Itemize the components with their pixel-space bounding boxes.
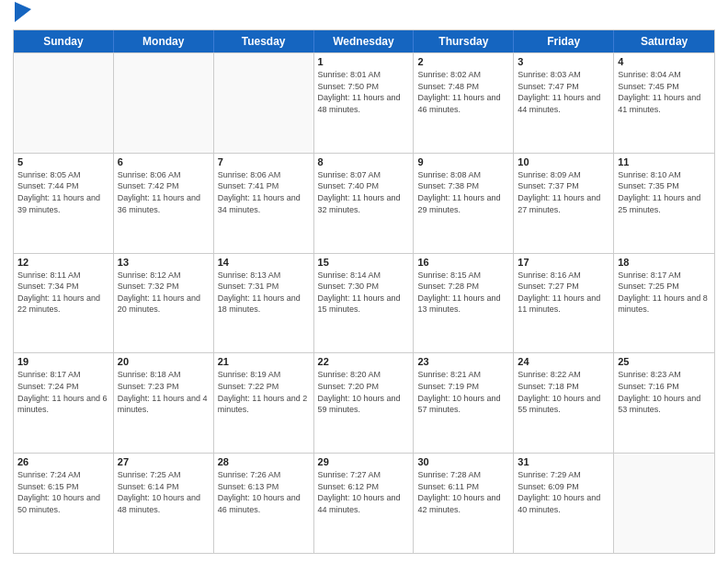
day-number: 26 (17, 456, 109, 467)
day-info: Sunrise: 8:17 AM Sunset: 7:24 PM Dayligh… (17, 369, 109, 415)
calendar-cell: 4Sunrise: 8:04 AM Sunset: 7:45 PM Daylig… (614, 53, 714, 153)
calendar-cell: 17Sunrise: 8:16 AM Sunset: 7:27 PM Dayli… (514, 254, 614, 353)
calendar-cell: 20Sunrise: 8:18 AM Sunset: 7:23 PM Dayli… (114, 353, 214, 453)
header-cell-monday: Monday (114, 30, 214, 52)
calendar-cell: 14Sunrise: 8:13 AM Sunset: 7:31 PM Dayli… (214, 254, 314, 353)
day-number: 1 (318, 56, 410, 67)
day-info: Sunrise: 8:07 AM Sunset: 7:40 PM Dayligh… (318, 169, 410, 215)
day-number: 27 (118, 456, 210, 467)
calendar-cell (114, 53, 214, 153)
day-info: Sunrise: 7:25 AM Sunset: 6:14 PM Dayligh… (118, 469, 210, 515)
day-number: 17 (518, 257, 609, 268)
calendar-cell: 18Sunrise: 8:17 AM Sunset: 7:25 PM Dayli… (614, 254, 714, 353)
day-number: 8 (318, 156, 410, 167)
day-number: 25 (618, 356, 711, 367)
calendar-cell: 6Sunrise: 8:06 AM Sunset: 7:42 PM Daylig… (114, 154, 214, 253)
calendar-cell: 5Sunrise: 8:05 AM Sunset: 7:44 PM Daylig… (14, 154, 114, 253)
day-number: 18 (618, 257, 711, 268)
day-number: 7 (218, 156, 310, 167)
day-info: Sunrise: 8:15 AM Sunset: 7:28 PM Dayligh… (417, 270, 509, 316)
calendar-cell: 9Sunrise: 8:08 AM Sunset: 7:38 PM Daylig… (414, 154, 514, 253)
calendar-cell: 12Sunrise: 8:11 AM Sunset: 7:34 PM Dayli… (14, 254, 114, 353)
day-number: 13 (118, 257, 210, 268)
page-header (13, 9, 715, 22)
header-cell-friday: Friday (514, 30, 614, 52)
calendar-cell (214, 53, 314, 153)
day-info: Sunrise: 7:28 AM Sunset: 6:11 PM Dayligh… (417, 469, 509, 515)
calendar-header: SundayMondayTuesdayWednesdayThursdayFrid… (14, 30, 714, 52)
calendar-cell: 25Sunrise: 8:23 AM Sunset: 7:16 PM Dayli… (614, 353, 714, 453)
calendar-cell: 23Sunrise: 8:21 AM Sunset: 7:19 PM Dayli… (414, 353, 514, 453)
day-number: 20 (118, 356, 210, 367)
day-info: Sunrise: 8:05 AM Sunset: 7:44 PM Dayligh… (17, 169, 109, 215)
day-info: Sunrise: 8:11 AM Sunset: 7:34 PM Dayligh… (17, 270, 109, 316)
calendar-cell: 31Sunrise: 7:29 AM Sunset: 6:09 PM Dayli… (514, 454, 614, 553)
calendar-cell: 19Sunrise: 8:17 AM Sunset: 7:24 PM Dayli… (14, 353, 114, 453)
calendar-cell: 8Sunrise: 8:07 AM Sunset: 7:40 PM Daylig… (314, 154, 415, 253)
day-info: Sunrise: 8:16 AM Sunset: 7:27 PM Dayligh… (518, 270, 609, 316)
calendar-cell: 26Sunrise: 7:24 AM Sunset: 6:15 PM Dayli… (14, 454, 114, 553)
day-info: Sunrise: 8:13 AM Sunset: 7:31 PM Dayligh… (218, 270, 310, 316)
day-info: Sunrise: 8:09 AM Sunset: 7:37 PM Dayligh… (518, 169, 609, 215)
day-info: Sunrise: 8:06 AM Sunset: 7:42 PM Dayligh… (118, 169, 210, 215)
day-info: Sunrise: 8:21 AM Sunset: 7:19 PM Dayligh… (417, 369, 509, 415)
calendar-cell: 1Sunrise: 8:01 AM Sunset: 7:50 PM Daylig… (314, 53, 415, 153)
calendar: SundayMondayTuesdayWednesdayThursdayFrid… (13, 29, 715, 554)
calendar-cell: 11Sunrise: 8:10 AM Sunset: 7:35 PM Dayli… (614, 154, 714, 253)
calendar-cell: 2Sunrise: 8:02 AM Sunset: 7:48 PM Daylig… (414, 53, 514, 153)
day-number: 30 (417, 456, 509, 467)
day-info: Sunrise: 7:27 AM Sunset: 6:12 PM Dayligh… (318, 469, 410, 515)
calendar-body: 1Sunrise: 8:01 AM Sunset: 7:50 PM Daylig… (14, 52, 714, 553)
calendar-cell (614, 454, 714, 553)
calendar-cell: 3Sunrise: 8:03 AM Sunset: 7:47 PM Daylig… (514, 53, 614, 153)
day-number: 29 (318, 456, 410, 467)
day-info: Sunrise: 8:18 AM Sunset: 7:23 PM Dayligh… (118, 369, 210, 415)
calendar-cell: 10Sunrise: 8:09 AM Sunset: 7:37 PM Dayli… (514, 154, 614, 253)
day-number: 10 (518, 156, 609, 167)
calendar-cell: 16Sunrise: 8:15 AM Sunset: 7:28 PM Dayli… (414, 254, 514, 353)
day-number: 11 (618, 156, 711, 167)
day-info: Sunrise: 8:17 AM Sunset: 7:25 PM Dayligh… (618, 270, 711, 316)
day-info: Sunrise: 8:08 AM Sunset: 7:38 PM Dayligh… (417, 169, 509, 215)
day-number: 19 (17, 356, 109, 367)
calendar-cell: 22Sunrise: 8:20 AM Sunset: 7:20 PM Dayli… (314, 353, 415, 453)
day-number: 9 (417, 156, 509, 167)
day-number: 21 (218, 356, 310, 367)
calendar-cell: 30Sunrise: 7:28 AM Sunset: 6:11 PM Dayli… (414, 454, 514, 553)
day-number: 6 (118, 156, 210, 167)
day-info: Sunrise: 8:23 AM Sunset: 7:16 PM Dayligh… (618, 369, 711, 415)
day-info: Sunrise: 7:24 AM Sunset: 6:15 PM Dayligh… (17, 469, 109, 515)
day-number: 22 (318, 356, 410, 367)
calendar-week-2: 5Sunrise: 8:05 AM Sunset: 7:44 PM Daylig… (14, 153, 714, 253)
day-info: Sunrise: 8:22 AM Sunset: 7:18 PM Dayligh… (518, 369, 609, 415)
day-info: Sunrise: 8:01 AM Sunset: 7:50 PM Dayligh… (318, 69, 410, 115)
day-info: Sunrise: 8:14 AM Sunset: 7:30 PM Dayligh… (318, 270, 410, 316)
day-number: 2 (417, 56, 509, 67)
day-info: Sunrise: 8:10 AM Sunset: 7:35 PM Dayligh… (618, 169, 711, 215)
day-number: 4 (618, 56, 711, 67)
calendar-cell: 29Sunrise: 7:27 AM Sunset: 6:12 PM Dayli… (314, 454, 415, 553)
calendar-week-5: 26Sunrise: 7:24 AM Sunset: 6:15 PM Dayli… (14, 453, 714, 553)
calendar-cell: 24Sunrise: 8:22 AM Sunset: 7:18 PM Dayli… (514, 353, 614, 453)
calendar-cell: 21Sunrise: 8:19 AM Sunset: 7:22 PM Dayli… (214, 353, 314, 453)
header-cell-thursday: Thursday (414, 30, 514, 52)
day-info: Sunrise: 7:26 AM Sunset: 6:13 PM Dayligh… (218, 469, 310, 515)
day-info: Sunrise: 8:03 AM Sunset: 7:47 PM Dayligh… (518, 69, 609, 115)
day-number: 12 (17, 257, 109, 268)
header-cell-saturday: Saturday (614, 30, 714, 52)
day-info: Sunrise: 8:12 AM Sunset: 7:32 PM Dayligh… (118, 270, 210, 316)
day-number: 28 (218, 456, 310, 467)
calendar-cell: 15Sunrise: 8:14 AM Sunset: 7:30 PM Dayli… (314, 254, 415, 353)
header-cell-sunday: Sunday (14, 30, 114, 52)
header-cell-tuesday: Tuesday (214, 30, 314, 52)
day-info: Sunrise: 8:04 AM Sunset: 7:45 PM Dayligh… (618, 69, 711, 115)
day-number: 24 (518, 356, 609, 367)
day-info: Sunrise: 7:29 AM Sunset: 6:09 PM Dayligh… (518, 469, 609, 515)
calendar-week-4: 19Sunrise: 8:17 AM Sunset: 7:24 PM Dayli… (14, 352, 714, 453)
header-cell-wednesday: Wednesday (314, 30, 415, 52)
day-number: 16 (417, 257, 509, 268)
svg-marker-0 (15, 2, 31, 22)
calendar-week-1: 1Sunrise: 8:01 AM Sunset: 7:50 PM Daylig… (14, 52, 714, 153)
calendar-cell (14, 53, 114, 153)
day-info: Sunrise: 8:02 AM Sunset: 7:48 PM Dayligh… (417, 69, 509, 115)
